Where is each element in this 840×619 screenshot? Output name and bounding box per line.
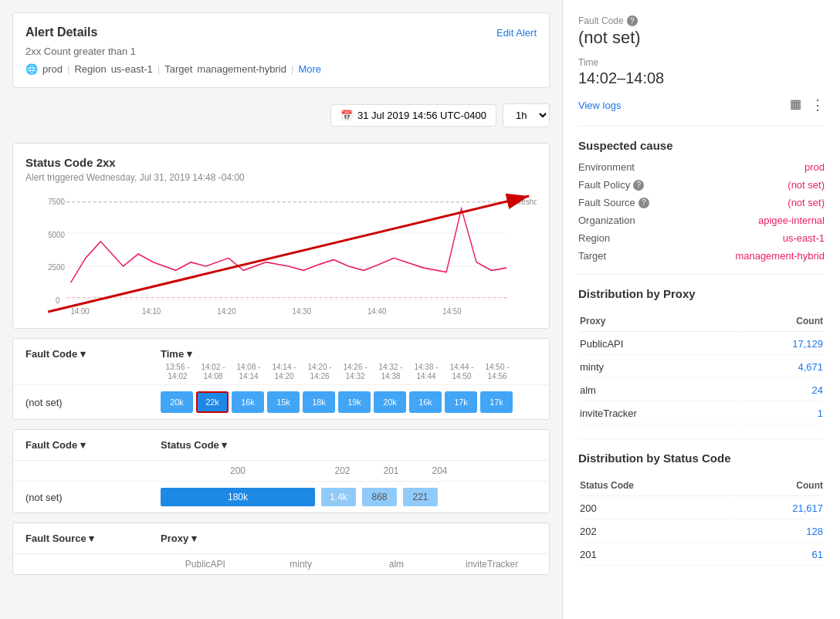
suspected-key: Target — [578, 250, 606, 262]
svg-text:14:50: 14:50 — [442, 306, 462, 315]
fault-code-col-header[interactable]: Fault Code ▾ — [25, 348, 161, 360]
divider-3 — [578, 438, 825, 439]
suspected-row: Fault Source ? (not set) — [578, 197, 825, 208]
cell-2[interactable]: 16k — [232, 391, 264, 413]
fault-source-col-header[interactable]: Fault Source ▾ — [25, 533, 161, 544]
proxy-count: 1 — [739, 403, 823, 425]
chart-area: 7500 5000 2500 0 Threshold — [25, 192, 537, 316]
sep2: | — [158, 63, 160, 75]
fault-code-label2: Fault Code — [25, 439, 77, 451]
cell-9[interactable]: 17k — [480, 391, 513, 413]
edit-alert-link[interactable]: Edit Alert — [496, 27, 537, 39]
rp-time-val: 14:02–14:08 — [578, 69, 664, 87]
time-label: Time — [161, 348, 184, 360]
chart-svg: 7500 5000 2500 0 Threshold — [25, 192, 537, 316]
info-icon: ? — [633, 180, 644, 191]
dist-proxy-col-header: Proxy — [580, 311, 737, 332]
fault-code-info-icon: ? — [627, 15, 638, 26]
list-item: 200 21,617 — [580, 498, 823, 519]
rp-fault-code-label: Fault Code ? — [578, 15, 664, 26]
suspected-val[interactable]: (not set) — [788, 179, 825, 191]
alert-details-card: Alert Details Edit Alert 2xx Count great… — [12, 12, 550, 88]
fault-code-col2-header[interactable]: Fault Code ▾ — [25, 439, 161, 451]
sep3: | — [291, 63, 293, 75]
alert-meta: 🌐 prod | Region us-east-1 | Target manag… — [25, 63, 537, 75]
sep1: | — [67, 63, 69, 75]
suspected-row: Environment prod — [578, 161, 825, 173]
cell-0[interactable]: 20k — [161, 391, 193, 413]
list-item: PublicAPI 17,129 — [580, 333, 823, 355]
suspected-val[interactable]: (not set) — [788, 197, 825, 208]
cell-7[interactable]: 16k — [409, 391, 442, 413]
dist-status-table: Status Code Count 200 21,617 202 128 201… — [578, 474, 825, 567]
suspected-key: Fault Source ? — [578, 197, 649, 208]
more-options-icon[interactable]: ⋮ — [811, 96, 825, 113]
view-logs-link[interactable]: View logs — [578, 100, 621, 111]
proxy-count: 4,671 — [739, 357, 823, 378]
time-range-select[interactable]: 1h 3h 6h — [503, 103, 550, 127]
cell-3[interactable]: 15k — [267, 391, 300, 413]
status-code-col-header[interactable]: Status Code ▾ — [161, 439, 537, 451]
suspected-cause-title: Suspected cause — [578, 139, 825, 152]
th-6: 14:32 -14:38 — [374, 363, 407, 381]
chart-card: Status Code 2xx Alert triggered Wednesda… — [12, 143, 550, 329]
bar-204: 221 — [403, 488, 438, 506]
status-hdr-201: 201 — [370, 465, 412, 476]
date-button[interactable]: 📅 31 Jul 2019 14:56 UTC-0400 — [330, 104, 496, 127]
proxy-hdr-publicapi: PublicAPI — [161, 559, 250, 570]
dist-proxy-body: PublicAPI 17,129 minty 4,671 alm 24 invi… — [580, 333, 823, 425]
svg-text:14:10: 14:10 — [142, 306, 161, 315]
cell-8[interactable]: 17k — [445, 391, 477, 413]
proxy-name: alm — [580, 380, 737, 401]
svg-text:7500: 7500 — [48, 198, 65, 206]
proxy-label: Proxy — [161, 533, 188, 544]
globe-icon: 🌐 — [25, 63, 38, 75]
suspected-cause-rows: Environment prod Fault Policy ? (not set… — [578, 161, 825, 262]
svg-text:14:20: 14:20 — [217, 306, 236, 315]
bar-chart-icon[interactable]: ▦ — [790, 96, 801, 113]
fault-source-label: Fault Source — [25, 533, 86, 544]
status-bars: 180k 1.4k 868 221 — [161, 488, 537, 506]
th-8: 14:44 -14:50 — [445, 363, 478, 381]
proxy-name: minty — [580, 357, 737, 378]
svg-text:14:00: 14:00 — [70, 306, 90, 315]
dist-status-title: Distribution by Status Code — [578, 452, 825, 465]
more-link[interactable]: More — [298, 63, 321, 75]
region-val: us-east-1 — [111, 63, 153, 75]
cell-1-selected[interactable]: 22k — [196, 391, 229, 413]
proxy-count: 17,129 — [739, 333, 823, 355]
rp-time-label: Time — [578, 57, 664, 68]
time-col-header[interactable]: Time ▾ — [161, 348, 537, 360]
date-toolbar: 📅 31 Jul 2019 14:56 UTC-0400 1h 3h 6h — [12, 97, 550, 134]
cell-5[interactable]: 19k — [338, 391, 371, 413]
svg-text:14:30: 14:30 — [293, 306, 312, 315]
list-item: minty 4,671 — [580, 357, 823, 378]
fault-code-label: Fault Code — [25, 348, 77, 360]
dist-proxy-table: Proxy Count PublicAPI 17,129 minty 4,671… — [578, 310, 825, 426]
suspected-val[interactable]: apigee-internal — [758, 215, 825, 226]
fault-status-val: (not set) — [25, 492, 154, 503]
rp-fault-code-val: (not set) — [578, 28, 664, 48]
suspected-row: Organization apigee-internal — [578, 215, 825, 226]
suspected-key: Organization — [578, 215, 635, 226]
dist-status-col-header: Status Code — [580, 475, 734, 496]
dist-proxy-count-header: Count — [739, 311, 823, 332]
fault-proxy-table: Fault Source ▾ Proxy ▾ PublicAPI minty a… — [12, 523, 550, 575]
region-label-key: Region — [74, 63, 106, 75]
time-cells-row: 20k 22k 16k 15k 18k 19k 20k 16k 17k 17k — [161, 391, 537, 413]
divider-2 — [578, 274, 825, 275]
status-hdr-200: 200 — [161, 465, 315, 476]
list-item: 202 128 — [580, 521, 823, 543]
suspected-val[interactable]: us-east-1 — [783, 232, 825, 244]
fault-status-table: Fault Code ▾ Status Code ▾ 200 202 201 2… — [12, 429, 550, 513]
proxy-col-header[interactable]: Proxy ▾ — [161, 533, 537, 544]
proxy-count: 24 — [739, 380, 823, 401]
suspected-val[interactable]: prod — [804, 161, 825, 173]
bar-201: 868 — [362, 488, 397, 506]
th-9: 14:50 -14:56 — [481, 363, 513, 381]
cell-6[interactable]: 20k — [374, 391, 406, 413]
status-hdr-202: 202 — [321, 465, 364, 476]
suspected-val[interactable]: management-hybrid — [735, 250, 825, 262]
cell-4[interactable]: 18k — [303, 391, 335, 413]
proxy-name: PublicAPI — [580, 333, 737, 355]
